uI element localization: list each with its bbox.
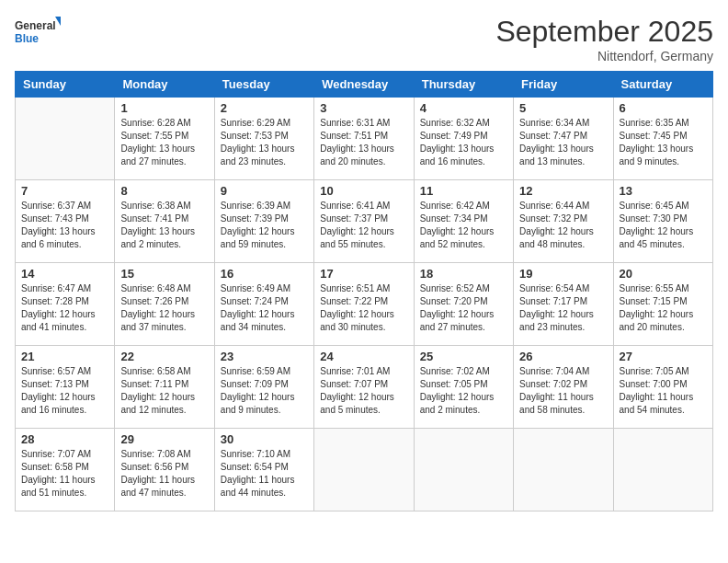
calendar-cell-w2-d3: 10Sunrise: 6:41 AMSunset: 7:37 PMDayligh… bbox=[314, 180, 414, 263]
day-info: Sunrise: 7:01 AMSunset: 7:07 PMDaylight:… bbox=[320, 365, 407, 417]
day-number: 9 bbox=[221, 184, 308, 198]
calendar-cell-w3-d4: 18Sunrise: 6:52 AMSunset: 7:20 PMDayligh… bbox=[414, 263, 513, 346]
calendar-cell-w3-d2: 16Sunrise: 6:49 AMSunset: 7:24 PMDayligh… bbox=[214, 263, 313, 346]
calendar-cell-w5-d2: 30Sunrise: 7:10 AMSunset: 6:54 PMDayligh… bbox=[214, 429, 313, 511]
calendar-cell-w5-d3 bbox=[314, 429, 414, 511]
calendar-cell-w1-d3: 3Sunrise: 6:31 AMSunset: 7:51 PMDaylight… bbox=[314, 98, 414, 180]
week-row-1: 1Sunrise: 6:28 AMSunset: 7:55 PMDaylight… bbox=[16, 98, 713, 180]
calendar-cell-w3-d3: 17Sunrise: 6:51 AMSunset: 7:22 PMDayligh… bbox=[314, 263, 414, 346]
day-info: Sunrise: 6:35 AMSunset: 7:45 PMDaylight:… bbox=[620, 117, 707, 168]
header-saturday: Saturday bbox=[613, 72, 712, 98]
calendar-cell-w1-d4: 4Sunrise: 6:32 AMSunset: 7:49 PMDaylight… bbox=[414, 98, 513, 180]
day-number: 16 bbox=[221, 267, 308, 281]
day-number: 13 bbox=[620, 184, 707, 198]
header-monday: Monday bbox=[115, 72, 214, 98]
header-tuesday: Tuesday bbox=[214, 72, 313, 98]
week-row-4: 21Sunrise: 6:57 AMSunset: 7:13 PMDayligh… bbox=[16, 346, 713, 429]
svg-text:General: General bbox=[15, 19, 56, 32]
calendar-cell-w1-d6: 6Sunrise: 6:35 AMSunset: 7:45 PMDaylight… bbox=[613, 98, 712, 180]
day-info: Sunrise: 6:58 AMSunset: 7:11 PMDaylight:… bbox=[120, 365, 208, 417]
day-info: Sunrise: 7:08 AMSunset: 6:56 PMDaylight:… bbox=[120, 448, 208, 500]
calendar-cell-w4-d4: 25Sunrise: 7:02 AMSunset: 7:05 PMDayligh… bbox=[414, 346, 513, 429]
day-number: 15 bbox=[120, 267, 208, 281]
day-number: 7 bbox=[21, 184, 108, 198]
day-info: Sunrise: 6:34 AMSunset: 7:47 PMDaylight:… bbox=[519, 117, 607, 168]
day-number: 10 bbox=[320, 184, 407, 198]
calendar-body: 1Sunrise: 6:28 AMSunset: 7:55 PMDaylight… bbox=[16, 98, 713, 511]
title-section: September 2025 Nittendorf, Germany bbox=[495, 15, 713, 63]
day-info: Sunrise: 6:48 AMSunset: 7:26 PMDaylight:… bbox=[120, 282, 208, 334]
logo-svg: General Blue bbox=[15, 15, 61, 52]
day-info: Sunrise: 6:38 AMSunset: 7:41 PMDaylight:… bbox=[120, 200, 208, 251]
calendar-table: Sunday Monday Tuesday Wednesday Thursday… bbox=[15, 71, 713, 511]
day-info: Sunrise: 6:51 AMSunset: 7:22 PMDaylight:… bbox=[320, 282, 407, 334]
day-info: Sunrise: 6:47 AMSunset: 7:28 PMDaylight:… bbox=[21, 282, 108, 334]
week-row-3: 14Sunrise: 6:47 AMSunset: 7:28 PMDayligh… bbox=[16, 263, 713, 346]
weekday-header-row: Sunday Monday Tuesday Wednesday Thursday… bbox=[16, 72, 713, 98]
day-info: Sunrise: 6:49 AMSunset: 7:24 PMDaylight:… bbox=[221, 282, 308, 334]
calendar-cell-w3-d6: 20Sunrise: 6:55 AMSunset: 7:15 PMDayligh… bbox=[613, 263, 712, 346]
calendar-cell-w5-d4 bbox=[414, 429, 513, 511]
day-number: 4 bbox=[420, 101, 507, 115]
day-info: Sunrise: 6:31 AMSunset: 7:51 PMDaylight:… bbox=[320, 117, 407, 168]
day-number: 18 bbox=[420, 267, 507, 281]
logo: General Blue bbox=[15, 15, 61, 52]
calendar-cell-w5-d6 bbox=[613, 429, 712, 511]
day-number: 2 bbox=[221, 101, 308, 115]
calendar-cell-w5-d0: 28Sunrise: 7:07 AMSunset: 6:58 PMDayligh… bbox=[16, 429, 115, 511]
day-info: Sunrise: 7:07 AMSunset: 6:58 PMDaylight:… bbox=[21, 448, 108, 500]
header-friday: Friday bbox=[514, 72, 613, 98]
day-number: 19 bbox=[519, 267, 607, 281]
calendar-subtitle: Nittendorf, Germany bbox=[495, 49, 713, 63]
calendar-cell-w2-d2: 9Sunrise: 6:39 AMSunset: 7:39 PMDaylight… bbox=[214, 180, 313, 263]
day-info: Sunrise: 6:45 AMSunset: 7:30 PMDaylight:… bbox=[620, 200, 707, 251]
day-info: Sunrise: 7:02 AMSunset: 7:05 PMDaylight:… bbox=[420, 365, 507, 417]
day-number: 22 bbox=[120, 350, 208, 363]
day-info: Sunrise: 6:41 AMSunset: 7:37 PMDaylight:… bbox=[320, 200, 407, 251]
calendar-cell-w3-d0: 14Sunrise: 6:47 AMSunset: 7:28 PMDayligh… bbox=[16, 263, 115, 346]
day-info: Sunrise: 6:29 AMSunset: 7:53 PMDaylight:… bbox=[221, 117, 308, 168]
day-number: 14 bbox=[21, 267, 108, 281]
calendar-cell-w3-d5: 19Sunrise: 6:54 AMSunset: 7:17 PMDayligh… bbox=[514, 263, 613, 346]
day-info: Sunrise: 6:42 AMSunset: 7:34 PMDaylight:… bbox=[420, 200, 507, 251]
day-info: Sunrise: 6:28 AMSunset: 7:55 PMDaylight:… bbox=[120, 117, 208, 168]
calendar-cell-w2-d1: 8Sunrise: 6:38 AMSunset: 7:41 PMDaylight… bbox=[115, 180, 214, 263]
day-info: Sunrise: 6:55 AMSunset: 7:15 PMDaylight:… bbox=[620, 282, 707, 334]
day-info: Sunrise: 7:04 AMSunset: 7:02 PMDaylight:… bbox=[519, 365, 607, 417]
calendar-title: September 2025 bbox=[495, 15, 713, 49]
calendar-cell-w2-d5: 12Sunrise: 6:44 AMSunset: 7:32 PMDayligh… bbox=[514, 180, 613, 263]
day-number: 28 bbox=[21, 432, 108, 446]
page-header: General Blue September 2025 Nittendorf, … bbox=[15, 15, 713, 63]
day-info: Sunrise: 6:44 AMSunset: 7:32 PMDaylight:… bbox=[519, 200, 607, 251]
day-info: Sunrise: 6:37 AMSunset: 7:43 PMDaylight:… bbox=[21, 200, 108, 251]
week-row-2: 7Sunrise: 6:37 AMSunset: 7:43 PMDaylight… bbox=[16, 180, 713, 263]
header-wednesday: Wednesday bbox=[314, 72, 414, 98]
day-number: 25 bbox=[420, 350, 507, 363]
week-row-5: 28Sunrise: 7:07 AMSunset: 6:58 PMDayligh… bbox=[16, 429, 713, 511]
day-number: 8 bbox=[120, 184, 208, 198]
calendar-cell-w1-d5: 5Sunrise: 6:34 AMSunset: 7:47 PMDaylight… bbox=[514, 98, 613, 180]
svg-marker-2 bbox=[55, 17, 61, 26]
day-number: 30 bbox=[221, 432, 308, 446]
calendar-cell-w4-d1: 22Sunrise: 6:58 AMSunset: 7:11 PMDayligh… bbox=[115, 346, 214, 429]
calendar-cell-w4-d6: 27Sunrise: 7:05 AMSunset: 7:00 PMDayligh… bbox=[613, 346, 712, 429]
day-number: 12 bbox=[519, 184, 607, 198]
day-number: 3 bbox=[320, 101, 407, 115]
day-info: Sunrise: 6:32 AMSunset: 7:49 PMDaylight:… bbox=[420, 117, 507, 168]
day-info: Sunrise: 6:59 AMSunset: 7:09 PMDaylight:… bbox=[221, 365, 308, 417]
day-number: 11 bbox=[420, 184, 507, 198]
day-number: 29 bbox=[120, 432, 208, 446]
day-info: Sunrise: 6:54 AMSunset: 7:17 PMDaylight:… bbox=[519, 282, 607, 334]
day-number: 21 bbox=[21, 350, 108, 363]
day-info: Sunrise: 7:10 AMSunset: 6:54 PMDaylight:… bbox=[221, 448, 308, 500]
calendar-cell-w1-d1: 1Sunrise: 6:28 AMSunset: 7:55 PMDaylight… bbox=[115, 98, 214, 180]
calendar-cell-w4-d2: 23Sunrise: 6:59 AMSunset: 7:09 PMDayligh… bbox=[214, 346, 313, 429]
day-number: 20 bbox=[620, 267, 707, 281]
calendar-cell-w4-d3: 24Sunrise: 7:01 AMSunset: 7:07 PMDayligh… bbox=[314, 346, 414, 429]
day-number: 26 bbox=[519, 350, 607, 363]
day-info: Sunrise: 6:57 AMSunset: 7:13 PMDaylight:… bbox=[21, 365, 108, 417]
svg-text:Blue: Blue bbox=[15, 32, 39, 45]
calendar-cell-w1-d0 bbox=[16, 98, 115, 180]
calendar-cell-w2-d0: 7Sunrise: 6:37 AMSunset: 7:43 PMDaylight… bbox=[16, 180, 115, 263]
calendar-cell-w2-d6: 13Sunrise: 6:45 AMSunset: 7:30 PMDayligh… bbox=[613, 180, 712, 263]
